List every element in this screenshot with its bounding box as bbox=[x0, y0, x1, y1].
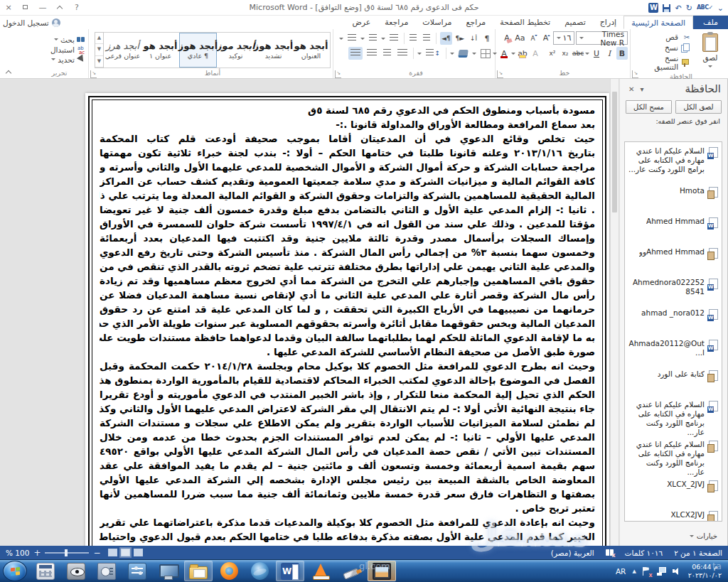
taskbar-app[interactable] bbox=[245, 561, 274, 581]
paste-all-button[interactable]: لصق الكل bbox=[675, 100, 722, 114]
taskbar-app[interactable] bbox=[306, 561, 335, 581]
save-icon[interactable] bbox=[663, 4, 670, 12]
borders-icon[interactable] bbox=[478, 47, 493, 60]
clipboard-item[interactable]: السلام عليكم انا عندي مهاره في الكتابه ع… bbox=[627, 399, 719, 438]
restore-icon[interactable] bbox=[17, 0, 34, 16]
web-layout-icon[interactable] bbox=[108, 549, 117, 556]
ribbon-tab[interactable]: تصميم bbox=[557, 16, 593, 29]
tab-file[interactable]: ملف bbox=[693, 16, 728, 29]
bullet-list-icon[interactable] bbox=[346, 32, 358, 45]
clipboard-item[interactable]: ahmad _nora012 bbox=[627, 307, 719, 338]
close-icon[interactable]: × bbox=[0, 0, 17, 16]
clock[interactable]: 06:44 م ٢٠٢٣/١٠/٠٢ bbox=[688, 563, 722, 579]
zoom-slider-thumb[interactable] bbox=[65, 549, 68, 556]
borders-dropdown-icon[interactable] bbox=[472, 53, 476, 57]
taskbar-app[interactable] bbox=[184, 561, 213, 581]
text-effects-button[interactable]: A bbox=[530, 47, 541, 60]
clipboard-item[interactable]: XLCX2JVJ bbox=[627, 509, 719, 522]
clipboard-options-button[interactable]: خيارات bbox=[690, 532, 717, 540]
action-center-flag-icon[interactable] bbox=[643, 567, 651, 576]
customize-qat-icon[interactable]: ⌄ bbox=[717, 4, 724, 12]
clipboard-item[interactable]: Ahmednora0222528541 bbox=[627, 276, 719, 307]
style-gallery-scrollbar[interactable]: ▲ ▼ ▼ bbox=[95, 32, 104, 68]
style-item[interactable]: أبجد هو عنوان ١ bbox=[141, 33, 179, 68]
zoom-level[interactable]: 100 % bbox=[6, 549, 29, 557]
style-item[interactable]: أبجد هوز ¶ عادي bbox=[179, 33, 217, 68]
taskbar-app[interactable] bbox=[337, 561, 365, 581]
font-dialog-launcher-icon[interactable] bbox=[497, 70, 503, 77]
multilevel-dropdown-icon[interactable] bbox=[381, 38, 385, 42]
style-item[interactable]: أبجد هرز عنوان فرعي bbox=[104, 33, 141, 68]
subscript-button[interactable]: x₂ bbox=[560, 47, 571, 60]
line-spacing-dropdown-icon[interactable] bbox=[417, 53, 422, 57]
paste-button[interactable]: لصق bbox=[695, 31, 726, 72]
page-indicator[interactable]: الصفحة ١ من ٢ bbox=[674, 549, 722, 557]
network-icon[interactable] bbox=[657, 567, 666, 576]
multilevel-list-icon[interactable] bbox=[387, 32, 400, 45]
find-button[interactable]: بحث bbox=[33, 36, 86, 44]
clipboard-item[interactable]: كتابة على الورد bbox=[627, 368, 719, 399]
font-color-button[interactable]: A bbox=[498, 47, 510, 60]
ribbon-tab[interactable]: عرض bbox=[345, 16, 378, 29]
help-icon[interactable]: ? bbox=[68, 0, 85, 16]
zoom-in-icon[interactable]: + bbox=[33, 549, 41, 557]
style-item[interactable]: أبجد هوز تشديد bbox=[255, 33, 292, 68]
ribbon-tab[interactable]: الصفحة الرئيسية bbox=[623, 16, 693, 29]
ribbon-tab[interactable]: تخطيط الصفحة bbox=[493, 16, 557, 29]
format-painter-button[interactable]: نسخ التنسيق bbox=[636, 53, 692, 72]
proofing-status-icon[interactable] bbox=[606, 549, 614, 556]
strikethrough-button[interactable]: abc bbox=[572, 47, 584, 60]
pane-close-icon[interactable]: ✕ bbox=[626, 85, 637, 93]
language-button[interactable]: AR bbox=[616, 567, 626, 576]
grow-font-button[interactable]: A bbox=[540, 32, 552, 45]
ribbon-tab[interactable]: إدراج bbox=[593, 16, 623, 29]
taskbar-app[interactable] bbox=[215, 561, 243, 581]
italic-button[interactable]: I bbox=[604, 47, 615, 60]
pane-dropdown-icon[interactable]: ▾ bbox=[637, 85, 646, 93]
vertical-scrollbar[interactable] bbox=[610, 79, 619, 546]
taskbar-app[interactable] bbox=[92, 561, 121, 581]
scrollbar-thumb[interactable] bbox=[612, 92, 617, 212]
align-center-icon[interactable] bbox=[381, 47, 393, 60]
font-size-select[interactable]: ١٦ bbox=[553, 31, 575, 45]
clipboard-item[interactable]: Ahmed Hmmad bbox=[627, 215, 719, 246]
bullets-dropdown-icon[interactable] bbox=[339, 38, 343, 42]
cut-button[interactable]: قص bbox=[636, 32, 692, 42]
ribbon-tab[interactable]: مراجعة bbox=[378, 16, 415, 29]
collapse-ribbon-icon[interactable] bbox=[6, 69, 11, 75]
redo-icon[interactable]: ↻ bbox=[686, 4, 692, 12]
taskbar-app[interactable] bbox=[31, 561, 60, 581]
rtl-direction-button[interactable]: ¶◄ bbox=[440, 32, 451, 45]
sort-button[interactable]: أ↓ bbox=[468, 32, 479, 45]
taskbar-app[interactable] bbox=[123, 561, 151, 581]
print-layout-icon[interactable] bbox=[121, 549, 130, 556]
style-item[interactable]: أبجد موز توكيد bbox=[217, 33, 255, 68]
clipboard-item[interactable]: السلام عليكم انا عندي مهاره في الكتابه ع… bbox=[627, 145, 719, 185]
read-mode-icon[interactable] bbox=[134, 549, 143, 556]
taskbar-app[interactable] bbox=[62, 561, 90, 581]
start-button[interactable] bbox=[3, 561, 27, 581]
taskbar-app[interactable] bbox=[276, 561, 304, 581]
clipboard-item[interactable]: السلام عليكم انا عندي مهاره في الكتابه ع… bbox=[627, 438, 719, 478]
zoom-out-icon[interactable]: − bbox=[93, 549, 100, 557]
justify-icon[interactable] bbox=[348, 47, 363, 60]
copy-button[interactable]: نسخ bbox=[636, 43, 692, 53]
undo-icon[interactable]: ↶ bbox=[675, 4, 681, 12]
bold-button[interactable]: B bbox=[616, 47, 628, 60]
underline-button[interactable]: U bbox=[591, 47, 602, 60]
shading-icon[interactable] bbox=[456, 47, 470, 60]
minimize-icon[interactable]: — bbox=[34, 0, 51, 16]
line-spacing-icon[interactable] bbox=[424, 47, 442, 60]
paragraph-dialog-launcher-icon[interactable] bbox=[335, 70, 341, 77]
decrease-indent-icon[interactable] bbox=[421, 32, 432, 45]
change-case-button[interactable]: Aa bbox=[514, 32, 526, 45]
replace-button[interactable]: استبدال bbox=[33, 45, 86, 54]
spellcheck-icon[interactable]: ABC✓ bbox=[697, 5, 713, 11]
taskbar-app[interactable] bbox=[154, 561, 182, 581]
language-indicator[interactable]: العربية (مصر) bbox=[551, 549, 594, 557]
shading-dropdown-icon[interactable] bbox=[450, 53, 454, 57]
clipboard-item[interactable]: Ahmada20112@Outl... bbox=[627, 338, 719, 368]
ribbon-tab[interactable]: مراجع bbox=[459, 16, 493, 29]
sign-in[interactable]: تسجيل الدخول bbox=[3, 16, 60, 29]
clipboard-item[interactable]: XLCX_2JVJ bbox=[627, 478, 719, 509]
